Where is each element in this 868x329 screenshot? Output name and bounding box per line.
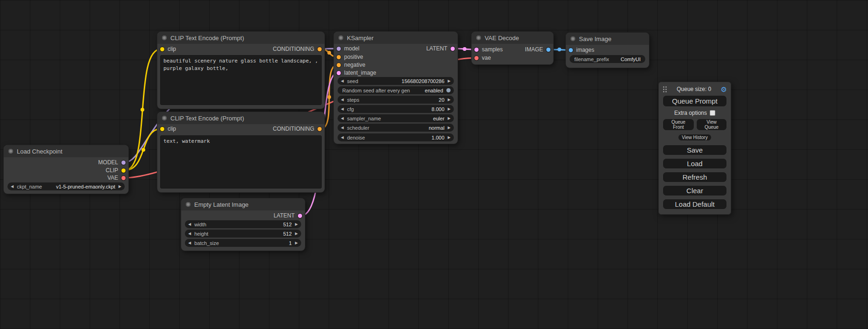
wire-midpoint-dot [557, 48, 561, 51]
images-input-port[interactable] [569, 48, 573, 52]
widget-batch-size[interactable]: ◀ batch_size 1 ▶ [185, 239, 301, 247]
widget-scheduler[interactable]: ◀ scheduler normal ▶ [338, 124, 454, 132]
view-queue-button[interactable]: View Queue [696, 119, 727, 131]
positive-prompt-textarea[interactable]: beautiful scenery nature glass bottle la… [160, 55, 322, 105]
input-label: negative [344, 62, 365, 68]
widget-random-seed-toggle[interactable]: Random seed after every gen enabled [338, 86, 454, 94]
increment-arrow-icon[interactable]: ▶ [448, 136, 451, 140]
node-clip-text-encode-negative[interactable]: CLIP Text Encode (Prompt) clip CONDITION… [157, 112, 325, 192]
decrement-arrow-icon[interactable]: ◀ [341, 98, 344, 102]
decrement-arrow-icon[interactable]: ◀ [341, 117, 344, 120]
decrement-arrow-icon[interactable]: ◀ [341, 136, 344, 140]
output-label: MODEL [98, 159, 118, 166]
node-titlebar[interactable]: CLIP Text Encode (Prompt) [157, 32, 325, 44]
collapse-dot[interactable] [162, 35, 167, 40]
node-empty-latent-image[interactable]: Empty Latent Image LATENT ◀ width 512 ▶ … [181, 198, 305, 251]
increment-arrow-icon[interactable]: ▶ [448, 98, 451, 102]
widget-ckpt-name[interactable]: ◀ ckpt_name v1-5-pruned-emaonly.ckpt ▶ [7, 182, 125, 190]
node-titlebar[interactable]: Save Image [566, 33, 649, 45]
collapse-dot[interactable] [186, 202, 191, 207]
collapse-dot[interactable] [476, 35, 481, 40]
widget-cfg[interactable]: ◀ cfg 8.000 ▶ [338, 105, 454, 113]
increment-arrow-icon[interactable]: ▶ [448, 79, 451, 83]
widget-label: Random seed after every gen [342, 88, 410, 93]
negative-prompt-textarea[interactable]: text, watermark [160, 135, 322, 189]
node-title-label: KSampler [347, 35, 374, 42]
node-title-label: CLIP Text Encode (Prompt) [170, 35, 244, 42]
widget-label: batch_size [194, 240, 219, 246]
clear-button[interactable]: Clear [663, 185, 727, 196]
widget-denoise[interactable]: ◀ denoise 1.000 ▶ [338, 133, 454, 141]
latent-output-port[interactable] [451, 47, 455, 51]
increment-arrow-icon[interactable]: ▶ [448, 107, 451, 111]
node-titlebar[interactable]: KSampler [334, 32, 458, 44]
conditioning-output-port[interactable] [318, 47, 322, 51]
widget-value: 1 [289, 240, 292, 246]
decrement-arrow-icon[interactable]: ◀ [188, 241, 191, 245]
drag-handle-icon[interactable] [663, 86, 667, 92]
widget-value: 1.000 [431, 135, 445, 140]
image-output-port[interactable] [546, 48, 550, 52]
widget-steps[interactable]: ◀ steps 20 ▶ [338, 96, 454, 104]
extra-options-checkbox[interactable] [710, 110, 715, 116]
input-label: positive [344, 54, 363, 60]
positive-input-port[interactable] [337, 55, 341, 59]
collapse-dot[interactable] [8, 149, 13, 154]
decrement-arrow-icon[interactable]: ◀ [341, 126, 344, 130]
decrement-arrow-icon[interactable]: ◀ [188, 232, 191, 236]
node-titlebar[interactable]: Load Checkpoint [4, 145, 128, 157]
vae-input-port[interactable] [474, 56, 479, 60]
node-titlebar[interactable]: Empty Latent Image [181, 198, 305, 210]
view-history-button[interactable]: View History [678, 134, 711, 141]
widget-label: width [194, 222, 206, 227]
vae-output-port[interactable] [121, 176, 126, 180]
conditioning-output-port[interactable] [318, 127, 322, 131]
widget-sampler-name[interactable]: ◀ sampler_name euler ▶ [338, 114, 454, 122]
queue-prompt-button[interactable]: Queue Prompt [663, 95, 727, 107]
decrement-arrow-icon[interactable]: ◀ [341, 79, 344, 83]
widget-height[interactable]: ◀ height 512 ▶ [185, 230, 301, 238]
load-default-button[interactable]: Load Default [663, 199, 727, 210]
clip-output-port[interactable] [121, 168, 126, 173]
increment-arrow-icon[interactable]: ▶ [448, 126, 451, 130]
input-slot-positive: positive [335, 54, 457, 60]
latent-output-port[interactable] [298, 214, 302, 218]
node-clip-text-encode-positive[interactable]: CLIP Text Encode (Prompt) clip CONDITION… [157, 32, 325, 109]
node-save-image[interactable]: Save Image images filename_prefix ComfyU… [566, 33, 649, 68]
node-ksampler[interactable]: KSampler model positive negative latent_… [334, 32, 458, 144]
output-slot-vae: VAE [5, 175, 127, 181]
output-slot-conditioning: CONDITIONING [158, 126, 324, 132]
widget-filename-prefix[interactable]: filename_prefix ComfyUI [570, 55, 645, 63]
increment-arrow-icon[interactable]: ▶ [448, 117, 451, 120]
output-slot-image: IMAGE [473, 46, 552, 53]
increment-arrow-icon[interactable]: ▶ [295, 232, 298, 236]
node-graph-canvas[interactable]: Load Checkpoint MODEL CLIP VAE ◀ ckpt_na… [0, 0, 868, 329]
decrement-arrow-icon[interactable]: ◀ [188, 223, 191, 226]
latent-image-input-port[interactable] [337, 71, 341, 75]
model-output-port[interactable] [121, 161, 126, 165]
collapse-dot[interactable] [571, 36, 575, 41]
load-button[interactable]: Load [663, 158, 727, 169]
node-title-label: CLIP Text Encode (Prompt) [170, 115, 244, 122]
decrement-arrow-icon[interactable]: ◀ [11, 185, 14, 189]
node-titlebar[interactable]: VAE Decode [472, 32, 553, 44]
decrement-arrow-icon[interactable]: ◀ [341, 107, 344, 111]
widget-seed[interactable]: ◀ seed 156680208700286 ▶ [338, 77, 454, 85]
increment-arrow-icon[interactable]: ▶ [295, 241, 298, 245]
save-button[interactable]: Save [663, 145, 727, 155]
toggle-knob[interactable] [446, 88, 451, 92]
increment-arrow-icon[interactable]: ▶ [119, 185, 121, 189]
node-vae-decode[interactable]: VAE Decode samples vae IMAGE [472, 32, 553, 64]
input-slot-latent-image: latent_image [335, 70, 457, 76]
settings-gear-icon[interactable]: ⚙ [721, 86, 727, 93]
collapse-dot[interactable] [162, 116, 167, 120]
widget-width[interactable]: ◀ width 512 ▶ [185, 220, 301, 228]
node-load-checkpoint[interactable]: Load Checkpoint MODEL CLIP VAE ◀ ckpt_na… [4, 145, 128, 194]
negative-input-port[interactable] [337, 63, 341, 67]
input-label: images [576, 47, 594, 53]
queue-front-button[interactable]: Queue Front [663, 119, 694, 131]
refresh-button[interactable]: Refresh [663, 172, 727, 182]
increment-arrow-icon[interactable]: ▶ [295, 223, 298, 226]
collapse-dot[interactable] [339, 35, 343, 40]
node-titlebar[interactable]: CLIP Text Encode (Prompt) [157, 112, 325, 124]
